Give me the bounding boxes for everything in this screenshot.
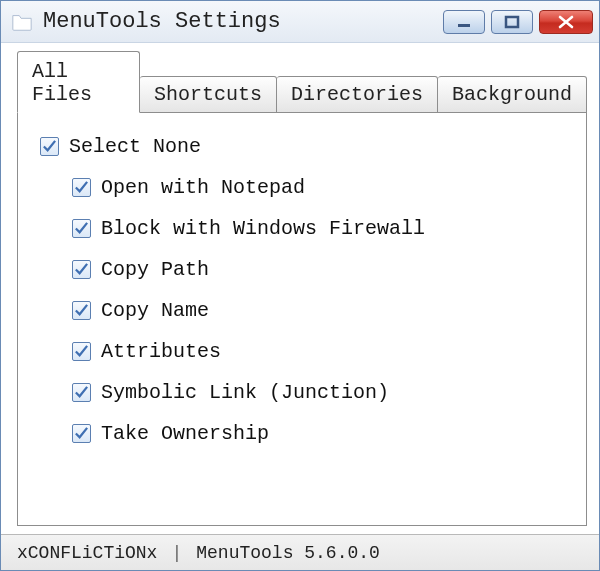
checkbox-open-with-notepad[interactable] xyxy=(72,178,91,197)
status-author: xCONFLiCTiONx xyxy=(17,543,157,563)
checkbox-block-with-windows-firewall[interactable] xyxy=(72,219,91,238)
checkbox-attributes[interactable] xyxy=(72,342,91,361)
tab-panel: Select None Open with Notepad Block with… xyxy=(17,112,587,526)
tab-strip: All Files Shortcuts Directories Backgrou… xyxy=(1,43,599,113)
option-label: Attributes xyxy=(101,340,221,363)
option-label: Open with Notepad xyxy=(101,176,305,199)
folder-icon xyxy=(11,11,33,33)
checkbox-take-ownership[interactable] xyxy=(72,424,91,443)
checkbox-symbolic-link[interactable] xyxy=(72,383,91,402)
option-block-with-windows-firewall: Block with Windows Firewall xyxy=(72,217,574,240)
option-copy-path: Copy Path xyxy=(72,258,574,281)
tab-shortcuts[interactable]: Shortcuts xyxy=(140,76,277,113)
checkbox-copy-name[interactable] xyxy=(72,301,91,320)
tab-directories[interactable]: Directories xyxy=(277,76,438,113)
tab-all-files[interactable]: All Files xyxy=(17,51,140,113)
option-symbolic-link: Symbolic Link (Junction) xyxy=(72,381,574,404)
svg-rect-0 xyxy=(458,24,470,27)
status-version: MenuTools 5.6.0.0 xyxy=(196,543,380,563)
option-take-ownership: Take Ownership xyxy=(72,422,574,445)
option-open-with-notepad: Open with Notepad xyxy=(72,176,574,199)
option-label: Copy Path xyxy=(101,258,209,281)
option-label: Copy Name xyxy=(101,299,209,322)
window-buttons xyxy=(443,10,593,34)
option-label: Symbolic Link (Junction) xyxy=(101,381,389,404)
close-button[interactable] xyxy=(539,10,593,34)
status-separator: | xyxy=(171,543,182,563)
window: MenuTools Settings All Files Shortcuts D… xyxy=(0,0,600,571)
title-bar: MenuTools Settings xyxy=(1,1,599,43)
option-label: Take Ownership xyxy=(101,422,269,445)
option-label: Block with Windows Firewall xyxy=(101,217,425,240)
svg-rect-1 xyxy=(506,17,518,27)
window-title: MenuTools Settings xyxy=(43,9,443,34)
checkbox-copy-path[interactable] xyxy=(72,260,91,279)
minimize-button[interactable] xyxy=(443,10,485,34)
option-copy-name: Copy Name xyxy=(72,299,574,322)
checkbox-select-none[interactable] xyxy=(40,137,59,156)
tab-background[interactable]: Background xyxy=(438,76,587,113)
option-attributes: Attributes xyxy=(72,340,574,363)
maximize-button[interactable] xyxy=(491,10,533,34)
option-select-none: Select None xyxy=(40,135,574,158)
option-label: Select None xyxy=(69,135,201,158)
status-bar: xCONFLiCTiONx | MenuTools 5.6.0.0 xyxy=(1,534,599,570)
